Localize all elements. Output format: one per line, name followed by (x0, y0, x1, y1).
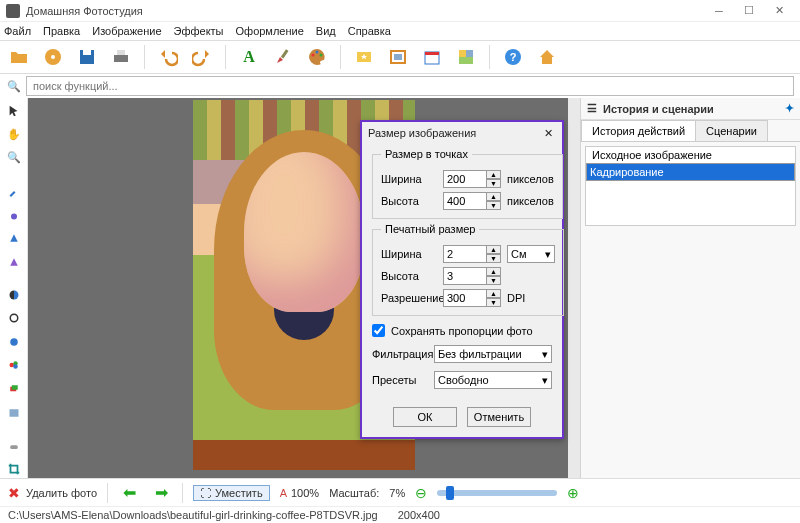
svg-rect-15 (459, 50, 466, 57)
print-unit-select[interactable]: См▾ (507, 245, 555, 263)
triangle-blue-icon[interactable] (4, 229, 24, 247)
ok-button[interactable]: ОК (393, 407, 457, 427)
svg-rect-29 (10, 445, 18, 449)
svg-point-9 (320, 54, 323, 57)
menu-effects[interactable]: Эффекты (174, 25, 224, 37)
menu-design[interactable]: Оформление (236, 25, 304, 37)
arrow-cursor-icon[interactable] (4, 102, 24, 120)
maximize-button[interactable]: ☐ (734, 1, 764, 21)
redo-icon[interactable] (189, 44, 215, 70)
svg-rect-28 (9, 409, 18, 417)
panel-tabs: История действий Сценарии (581, 120, 800, 142)
svg-rect-14 (425, 52, 439, 55)
fit-button[interactable]: ⛶Уместить (193, 485, 270, 501)
spinner-arrows[interactable]: ▲▼ (487, 192, 501, 210)
palette-icon[interactable] (304, 44, 330, 70)
cd-icon[interactable] (40, 44, 66, 70)
width-px-label: Ширина (381, 173, 437, 185)
height-px-input[interactable] (443, 192, 487, 210)
effects-star-icon[interactable] (351, 44, 377, 70)
eraser-icon[interactable] (4, 437, 24, 455)
svg-rect-12 (394, 54, 402, 60)
panel-list-icon: ☰ (587, 102, 597, 115)
spinner-arrows[interactable]: ▲▼ (487, 170, 501, 188)
open-folder-icon[interactable] (6, 44, 32, 70)
panel-gear-icon[interactable]: ✦ (785, 102, 794, 115)
zoom-out-icon[interactable]: ⊖ (415, 485, 427, 501)
spinner-arrows[interactable]: ▲▼ (487, 245, 501, 263)
calendar-icon[interactable] (419, 44, 445, 70)
keep-ratio-checkbox[interactable] (372, 324, 385, 337)
palette-small-icon[interactable] (4, 357, 24, 375)
window-title: Домашняя Фотостудия (26, 5, 704, 17)
filter-select[interactable]: Без фильтрации▾ (434, 345, 552, 363)
svg-rect-5 (117, 50, 125, 55)
text-icon[interactable]: A (236, 44, 262, 70)
svg-rect-17 (459, 57, 473, 64)
help-icon[interactable]: ? (500, 44, 526, 70)
color-picker-icon[interactable] (4, 182, 24, 200)
brush-icon[interactable] (270, 44, 296, 70)
svg-point-20 (11, 213, 17, 219)
left-toolbar: ✋ 🔍 (0, 98, 28, 478)
tab-scenarios[interactable]: Сценарии (695, 120, 768, 141)
image-icon[interactable] (4, 404, 24, 422)
menu-file[interactable]: Файл (4, 25, 31, 37)
svg-rect-4 (114, 55, 128, 62)
tab-history[interactable]: История действий (581, 120, 696, 141)
svg-rect-27 (11, 385, 17, 390)
layers-red-icon[interactable] (4, 380, 24, 398)
prev-arrow-icon[interactable]: ⬅ (118, 484, 140, 502)
collage-icon[interactable] (453, 44, 479, 70)
zoom-in-icon[interactable]: ⊕ (567, 485, 579, 501)
search-input[interactable] (26, 76, 794, 96)
width-px-input[interactable] (443, 170, 487, 188)
width-print-input[interactable] (443, 245, 487, 263)
minimize-button[interactable]: ─ (704, 1, 734, 21)
dialog-title: Размер изображения (368, 127, 476, 139)
filter-label: Фильтрация (372, 348, 428, 360)
circle-blue-icon[interactable] (4, 333, 24, 351)
svg-rect-6 (281, 49, 289, 58)
spinner-arrows[interactable]: ▲▼ (487, 267, 501, 285)
height-print-input[interactable] (443, 267, 487, 285)
scale-label: Масштаб: (329, 487, 379, 499)
menu-help[interactable]: Справка (348, 25, 391, 37)
crop-icon[interactable] (4, 460, 24, 478)
history-item[interactable]: Исходное изображение (586, 147, 795, 163)
save-icon[interactable] (74, 44, 100, 70)
resize-dialog: Размер изображения ✕ Размер в точках Шир… (360, 120, 564, 439)
preset-select[interactable]: Свободно▾ (434, 371, 552, 389)
hundred-button[interactable]: A100% (280, 487, 319, 499)
history-item[interactable]: Кадрирование (586, 163, 795, 181)
bottom-bar: ✖ Удалить фото ⬅ ➡ ⛶Уместить A100% Масшт… (0, 478, 800, 506)
print-icon[interactable] (108, 44, 134, 70)
hand-icon[interactable]: ✋ (4, 126, 24, 144)
resolution-input[interactable] (443, 289, 487, 307)
menu-image[interactable]: Изображение (92, 25, 161, 37)
half-circle-icon[interactable] (4, 286, 24, 304)
status-dims: 200x400 (398, 509, 440, 521)
dialog-close-icon[interactable]: ✕ (540, 125, 556, 141)
zoom-slider[interactable] (437, 490, 557, 496)
magnifier-icon[interactable]: 🔍 (4, 149, 24, 167)
close-button[interactable]: ✕ (764, 1, 794, 21)
delete-photo-button[interactable]: ✖ Удалить фото (8, 485, 97, 501)
history-list[interactable]: Исходное изображение Кадрирование (585, 146, 796, 226)
height-px-label: Высота (381, 195, 437, 207)
frame-icon[interactable] (385, 44, 411, 70)
menu-view[interactable]: Вид (316, 25, 336, 37)
titlebar: Домашняя Фотостудия ─ ☐ ✕ (0, 0, 800, 22)
adjust-icon[interactable] (4, 310, 24, 328)
menu-edit[interactable]: Правка (43, 25, 80, 37)
preset-label: Пресеты (372, 374, 428, 386)
next-arrow-icon[interactable]: ➡ (150, 484, 172, 502)
home-icon[interactable] (534, 44, 560, 70)
spinner-arrows[interactable]: ▲▼ (487, 289, 501, 307)
undo-icon[interactable] (155, 44, 181, 70)
vertical-scrollbar[interactable] (568, 98, 580, 478)
triangle-purple-icon[interactable] (4, 253, 24, 271)
cancel-button[interactable]: Отменить (467, 407, 531, 427)
brush-blue-icon[interactable] (4, 206, 24, 224)
hundred-icon: A (280, 487, 287, 499)
